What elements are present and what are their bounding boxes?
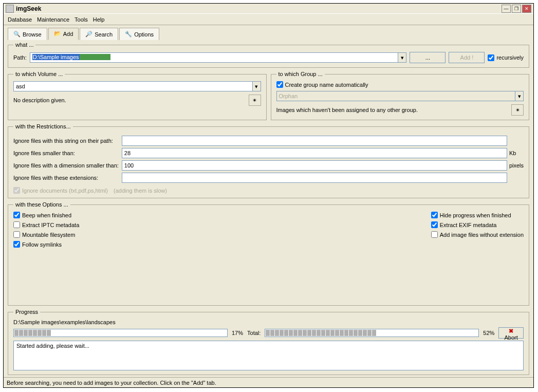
tab-label: Search bbox=[95, 31, 113, 38]
options-icon: 🔧 bbox=[125, 31, 132, 38]
browse-button[interactable]: ... bbox=[410, 52, 446, 63]
abort-button[interactable]: ✖ Abort bbox=[498, 327, 524, 339]
close-button[interactable]: ✕ bbox=[522, 5, 531, 13]
progress-total-percent: 52% bbox=[483, 330, 494, 336]
recursively-checkbox-wrap[interactable]: recursively bbox=[488, 54, 524, 61]
opt-symlinks[interactable] bbox=[13, 241, 20, 248]
ignore-ext-input[interactable] bbox=[122, 173, 507, 183]
tab-search[interactable]: 🔎 Search bbox=[80, 28, 118, 40]
volume-panel: to which Volume ... ▾ No description giv… bbox=[8, 71, 267, 120]
ignore-dim-unit: pixels bbox=[507, 160, 524, 171]
statusbar: Before searching, you need to add images… bbox=[4, 377, 533, 387]
opt-beep[interactable] bbox=[13, 212, 20, 218]
group-auto-wrap[interactable]: Create group name automatically bbox=[276, 81, 524, 88]
group-panel: to which Group ... Create group name aut… bbox=[271, 71, 530, 120]
ignore-docs-hint: (adding them is slow) bbox=[114, 188, 167, 194]
volume-dropdown-arrow[interactable]: ▾ bbox=[253, 81, 261, 91]
menu-maintenance[interactable]: Maintenance bbox=[37, 16, 69, 23]
path-label: Path: bbox=[13, 54, 27, 61]
volume-desc: No description given. bbox=[13, 97, 246, 103]
maximize-button[interactable]: ❐ bbox=[512, 5, 521, 13]
ignore-path-input[interactable] bbox=[122, 136, 507, 146]
recursively-checkbox[interactable] bbox=[488, 54, 494, 61]
opt-mountable[interactable] bbox=[13, 231, 20, 238]
group-new-button[interactable]: ✴ bbox=[511, 104, 524, 116]
menubar: Database Maintenance Tools Help bbox=[4, 14, 533, 25]
restrictions-legend: with the Restrictions... bbox=[13, 123, 73, 129]
what-legend: what ... bbox=[13, 42, 35, 48]
progress-bar-current bbox=[13, 329, 228, 337]
main-tabs: 🔍 Browse 📂 Add 🔎 Search 🔧 Options bbox=[8, 27, 529, 40]
add-button[interactable]: Add ! bbox=[449, 52, 485, 63]
opt-iptc-wrap[interactable]: Extract IPTC metadata bbox=[13, 221, 431, 228]
volume-combo[interactable] bbox=[13, 81, 253, 91]
opt-noext[interactable] bbox=[431, 231, 438, 238]
path-dropdown-arrow[interactable]: ▾ bbox=[398, 52, 406, 63]
progress-bar-total bbox=[265, 329, 479, 337]
opt-exif[interactable] bbox=[431, 221, 438, 228]
progress-log: Started adding, please wait... bbox=[13, 341, 524, 370]
tab-label: Add bbox=[63, 31, 73, 37]
progress-panel: Progress D:\Sample images\examples\lands… bbox=[8, 309, 529, 375]
group-combo bbox=[276, 91, 516, 101]
ignore-smaller-input[interactable] bbox=[122, 148, 507, 158]
add-icon: 📂 bbox=[54, 30, 61, 38]
opt-noext-wrap[interactable]: Add image files without extension bbox=[431, 231, 524, 238]
opt-iptc[interactable] bbox=[13, 221, 20, 228]
opt-mountable-wrap[interactable]: Mountable filesystem bbox=[13, 231, 431, 238]
progress-current-percent: 17% bbox=[232, 330, 243, 336]
opt-symlinks-wrap[interactable]: Follow symlinks bbox=[13, 241, 431, 248]
ignore-ext-label: Ignore files with these extensions: bbox=[13, 173, 122, 183]
search-icon: 🔎 bbox=[85, 31, 92, 38]
ignore-smaller-label: Ignore files smaller than: bbox=[13, 148, 122, 158]
ignore-docs-wrap: Ignore documents (txt,pdf,ps,html) (addi… bbox=[13, 187, 524, 194]
app-icon bbox=[6, 5, 14, 13]
what-panel: what ... Path: D:\Sample images ▾ ... Ad… bbox=[8, 42, 529, 68]
ignore-docs-label: Ignore documents (txt,pdf,ps,html) bbox=[22, 188, 108, 194]
tab-browse[interactable]: 🔍 Browse bbox=[8, 28, 47, 40]
tab-options[interactable]: 🔧 Options bbox=[119, 28, 159, 40]
progress-total-label: Total: bbox=[247, 330, 261, 336]
group-dropdown-arrow: ▾ bbox=[515, 91, 524, 101]
titlebar: imgSeek — ❐ ✕ bbox=[4, 4, 533, 14]
ignore-path-label: Ignore files with this string on their p… bbox=[13, 136, 122, 146]
path-input[interactable]: D:\Sample images bbox=[30, 52, 399, 63]
menu-help[interactable]: Help bbox=[93, 16, 105, 23]
window-title: imgSeek bbox=[16, 5, 502, 12]
opt-exif-wrap[interactable]: Extract EXIF metadata bbox=[431, 221, 524, 228]
ignore-dim-label: Ignore files with a dimension smaller th… bbox=[13, 160, 122, 171]
group-desc: Images which haven't been assigned to an… bbox=[276, 107, 509, 113]
menu-tools[interactable]: Tools bbox=[75, 16, 88, 23]
group-auto-checkbox[interactable] bbox=[276, 81, 283, 88]
ignore-dim-input[interactable] bbox=[122, 160, 507, 171]
progress-current-path: D:\Sample images\examples\landscapes bbox=[13, 319, 524, 325]
minimize-button[interactable]: — bbox=[502, 5, 511, 13]
group-auto-label: Create group name automatically bbox=[285, 82, 368, 88]
tab-label: Options bbox=[134, 31, 154, 38]
opt-hide-progress-wrap[interactable]: Hide progress when finished bbox=[431, 212, 524, 218]
recursively-label: recursively bbox=[496, 54, 524, 61]
ignore-docs-checkbox bbox=[13, 187, 20, 194]
tab-add[interactable]: 📂 Add bbox=[48, 28, 79, 40]
ignore-smaller-unit: Kb bbox=[507, 148, 524, 158]
menu-database[interactable]: Database bbox=[8, 16, 32, 23]
opt-hide-progress[interactable] bbox=[431, 212, 438, 218]
group-legend: to which Group ... bbox=[276, 71, 325, 77]
volume-legend: to which Volume ... bbox=[13, 71, 65, 77]
abort-icon: ✖ bbox=[509, 328, 513, 334]
browse-icon: 🔍 bbox=[13, 31, 21, 38]
options-panel: with these Options ... Beep when finishe… bbox=[8, 201, 529, 306]
progress-legend: Progress bbox=[13, 309, 40, 315]
opt-beep-wrap[interactable]: Beep when finished bbox=[13, 212, 431, 218]
status-text: Before searching, you need to add images… bbox=[7, 380, 216, 386]
options-legend: with these Options ... bbox=[13, 201, 70, 208]
tab-label: Browse bbox=[23, 31, 42, 38]
volume-new-button[interactable]: ✴ bbox=[249, 95, 261, 106]
restrictions-panel: with the Restrictions... Ignore files wi… bbox=[8, 123, 529, 198]
